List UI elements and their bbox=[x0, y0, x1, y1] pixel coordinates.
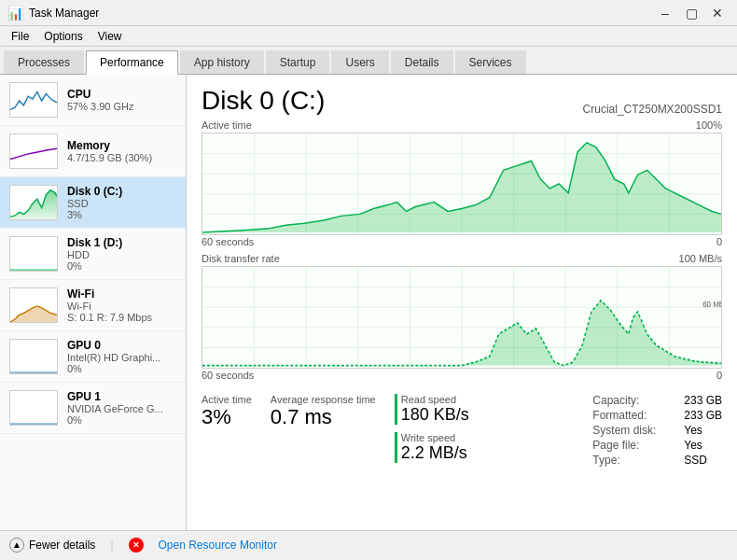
write-speed-label: Write speed bbox=[401, 432, 467, 443]
fewer-details-button[interactable]: ▲ Fewer details bbox=[9, 538, 95, 553]
tab-details[interactable]: Details bbox=[391, 50, 453, 74]
gpu0-sub: Intel(R) HD Graphi... bbox=[67, 352, 160, 363]
resource-monitor-link[interactable]: Open Resource Monitor bbox=[159, 539, 277, 552]
tab-users[interactable]: Users bbox=[331, 50, 388, 74]
wifi-title: Wi-Fi bbox=[67, 287, 152, 301]
read-speed-value: 180 KB/s bbox=[401, 405, 469, 425]
separator: | bbox=[110, 539, 113, 552]
tab-bar: Processes Performance App history Startu… bbox=[0, 47, 737, 75]
disk1-title: Disk 1 (D:) bbox=[67, 236, 122, 249]
right-stat-label: Formatted: bbox=[592, 409, 676, 422]
menu-file[interactable]: File bbox=[4, 28, 36, 45]
tab-app-history[interactable]: App history bbox=[180, 50, 264, 74]
sidebar-item-gpu0[interactable]: GPU 0 Intel(R) HD Graphi... 0% bbox=[0, 331, 186, 383]
disk-model: Crucial_CT250MX200SSD1 bbox=[583, 103, 722, 116]
sidebar-item-gpu1[interactable]: GPU 1 NVIDIA GeForce G... 0% bbox=[0, 383, 186, 434]
right-stat-label: Capacity: bbox=[592, 394, 676, 407]
gpu0-info: GPU 0 Intel(R) HD Graphi... 0% bbox=[67, 339, 160, 374]
disk-title: Disk 0 (C:) bbox=[202, 86, 325, 116]
right-stat-row: Formatted:233 GB bbox=[592, 409, 722, 422]
chart2-bottom-row: 60 seconds 0 bbox=[202, 370, 722, 381]
menu-options[interactable]: Options bbox=[36, 28, 90, 45]
disk1-info: Disk 1 (D:) HDD 0% bbox=[67, 236, 122, 272]
memory-thumbnail bbox=[9, 133, 58, 169]
app-icon: 📊 bbox=[7, 6, 23, 21]
write-speed-stat: Write speed 2.2 MB/s bbox=[395, 432, 469, 463]
chart1-bottom-row: 60 seconds 0 bbox=[202, 236, 722, 247]
cpu-thumbnail bbox=[9, 82, 58, 118]
gpu0-val: 0% bbox=[67, 363, 160, 374]
right-stat-value: Yes bbox=[684, 439, 702, 452]
main-area: CPU 57% 3.90 GHz Memory 4.7/15.9 GB (30%… bbox=[0, 75, 737, 530]
disk0-info: Disk 0 (C:) SSD 3% bbox=[67, 185, 122, 220]
right-stat-label: Type: bbox=[592, 454, 676, 467]
tab-services[interactable]: Services bbox=[455, 50, 526, 74]
svg-text:60 MB/s: 60 MB/s bbox=[702, 299, 721, 309]
write-bar bbox=[395, 432, 397, 463]
chart1-bottom-left: 60 seconds bbox=[202, 236, 254, 247]
menu-bar: File Options View bbox=[0, 26, 737, 47]
memory-title: Memory bbox=[67, 139, 152, 152]
chart2-label-row: Disk transfer rate 100 MB/s bbox=[202, 253, 722, 264]
active-time-section: Active time 100% bbox=[202, 119, 722, 247]
chart2-top-label: Disk transfer rate bbox=[202, 253, 280, 264]
tab-processes[interactable]: Processes bbox=[4, 50, 84, 74]
chart2-top-right: 100 MB/s bbox=[679, 253, 722, 264]
right-stat-label: System disk: bbox=[592, 424, 676, 437]
sidebar-item-disk1[interactable]: Disk 1 (D:) HDD 0% bbox=[0, 229, 186, 280]
sidebar-item-disk0[interactable]: Disk 0 (C:) SSD 3% bbox=[0, 177, 186, 229]
fewer-details-icon: ▲ bbox=[9, 538, 24, 553]
write-speed-value: 2.2 MB/s bbox=[401, 443, 467, 463]
title-bar-controls: – ▢ ✕ bbox=[653, 4, 730, 22]
menu-view[interactable]: View bbox=[90, 28, 130, 45]
disk0-thumbnail bbox=[9, 185, 58, 220]
right-stat-value: 233 GB bbox=[684, 394, 722, 407]
memory-info: Memory 4.7/15.9 GB (30%) bbox=[67, 139, 152, 163]
disk1-thumbnail bbox=[9, 236, 58, 272]
active-time-stat: Active time 3% bbox=[202, 394, 252, 429]
chart2-bottom-right: 0 bbox=[716, 370, 722, 381]
fewer-details-label: Fewer details bbox=[29, 539, 95, 552]
tab-performance[interactable]: Performance bbox=[86, 50, 178, 75]
right-stat-label: Page file: bbox=[592, 439, 676, 452]
close-button[interactable]: ✕ bbox=[705, 4, 730, 22]
sidebar-item-cpu[interactable]: CPU 57% 3.90 GHz bbox=[0, 75, 186, 126]
cpu-sub: 57% 3.90 GHz bbox=[67, 101, 134, 112]
right-stat-value: Yes bbox=[684, 424, 702, 437]
avg-response-stat: Average response time 0.7 ms bbox=[271, 394, 376, 429]
right-stat-value: SSD bbox=[684, 454, 707, 467]
disk0-title: Disk 0 (C:) bbox=[67, 185, 122, 198]
sidebar: CPU 57% 3.90 GHz Memory 4.7/15.9 GB (30%… bbox=[0, 75, 187, 530]
active-time-value: 3% bbox=[202, 405, 252, 429]
minimize-button[interactable]: – bbox=[653, 4, 677, 22]
sidebar-item-wifi[interactable]: Wi-Fi Wi-Fi S: 0.1 R: 7.9 Mbps bbox=[0, 280, 186, 331]
wifi-sub: Wi-Fi bbox=[67, 301, 152, 312]
avg-response-value: 0.7 ms bbox=[271, 405, 376, 429]
svg-marker-1 bbox=[10, 306, 57, 322]
right-stat-row: Capacity:233 GB bbox=[592, 394, 722, 407]
content-area: Disk 0 (C:) Crucial_CT250MX200SSD1 Activ… bbox=[187, 75, 737, 530]
gpu1-sub: NVIDIA GeForce G... bbox=[67, 403, 163, 414]
wifi-thumbnail bbox=[9, 287, 58, 323]
transfer-rate-section: Disk transfer rate 100 MB/s bbox=[202, 253, 722, 381]
footer: ▲ Fewer details | ✕ Open Resource Monito… bbox=[0, 530, 737, 558]
sidebar-item-memory[interactable]: Memory 4.7/15.9 GB (30%) bbox=[0, 126, 186, 177]
gpu1-info: GPU 1 NVIDIA GeForce G... 0% bbox=[67, 390, 163, 426]
content-header: Disk 0 (C:) Crucial_CT250MX200SSD1 bbox=[202, 86, 722, 116]
cpu-title: CPU bbox=[67, 88, 134, 101]
right-stat-row: Page file:Yes bbox=[592, 439, 722, 452]
read-speed-label: Read speed bbox=[401, 394, 469, 405]
tab-startup[interactable]: Startup bbox=[266, 50, 330, 74]
gpu1-thumbnail bbox=[9, 390, 58, 426]
avg-response-label: Average response time bbox=[271, 394, 376, 405]
read-speed-stat: Read speed 180 KB/s bbox=[395, 394, 469, 425]
transfer-rate-chart: 60 MB/s bbox=[202, 266, 722, 369]
window-title: Task Manager bbox=[29, 7, 99, 20]
chart1-label-row: Active time 100% bbox=[202, 119, 722, 131]
gpu1-title: GPU 1 bbox=[67, 390, 163, 403]
maximize-button[interactable]: ▢ bbox=[679, 4, 703, 22]
chart1-top-right: 100% bbox=[696, 119, 722, 131]
gpu0-thumbnail bbox=[9, 339, 58, 374]
title-bar-left: 📊 Task Manager bbox=[7, 6, 99, 21]
read-bar bbox=[395, 394, 397, 425]
